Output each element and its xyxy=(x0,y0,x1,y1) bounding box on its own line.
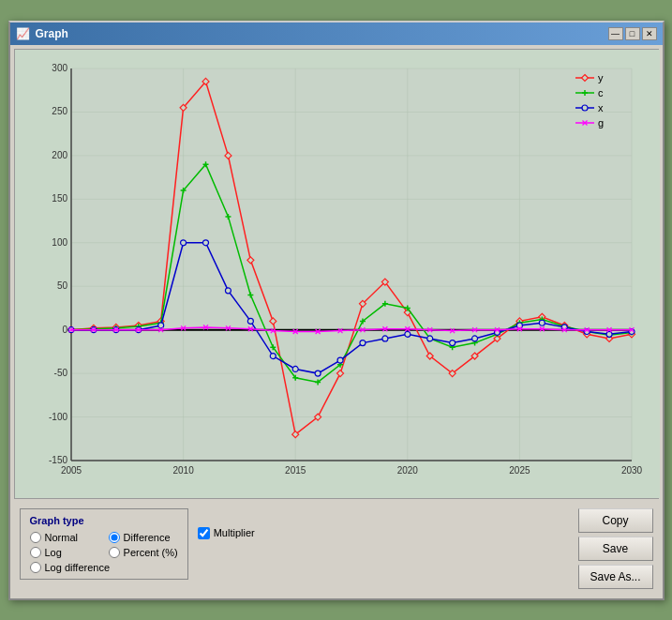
copy-button[interactable]: Copy xyxy=(578,508,653,533)
chart-area xyxy=(14,49,659,499)
radio-percent-input[interactable] xyxy=(109,547,120,558)
multiplier-label: Multiplier xyxy=(214,527,255,538)
radio-normal-label: Normal xyxy=(45,532,78,543)
radio-log-label: Log xyxy=(45,547,62,558)
radio-grid: Normal Difference Log Percent (%) xyxy=(30,532,178,573)
controls-area: Graph type Normal Difference Log xyxy=(14,503,659,595)
radio-difference-input[interactable] xyxy=(109,532,120,543)
window-title: Graph xyxy=(36,27,68,40)
minimize-button[interactable]: — xyxy=(608,27,623,40)
title-bar: 📈 Graph — □ ✕ xyxy=(10,23,663,45)
multiplier-checkbox[interactable] xyxy=(198,527,210,539)
save-as-button[interactable]: Save As... xyxy=(578,565,653,589)
radio-percent[interactable]: Percent (%) xyxy=(109,547,178,558)
title-buttons: — □ ✕ xyxy=(608,27,657,40)
main-window: 📈 Graph — □ ✕ Graph type Normal xyxy=(8,21,665,600)
window-content: Graph type Normal Difference Log xyxy=(10,45,663,598)
buttons-area: Copy Save Save As... xyxy=(578,508,653,589)
graph-type-title: Graph type xyxy=(30,515,178,526)
graph-type-box: Graph type Normal Difference Log xyxy=(20,508,188,580)
radio-logdiff-label: Log difference xyxy=(45,562,111,573)
save-button[interactable]: Save xyxy=(578,537,653,561)
window-icon: 📈 xyxy=(16,27,30,40)
radio-percent-label: Percent (%) xyxy=(124,547,178,558)
radio-difference[interactable]: Difference xyxy=(109,532,178,543)
radio-logdiff-input[interactable] xyxy=(30,562,41,573)
title-bar-left: 📈 Graph xyxy=(16,27,68,40)
radio-log[interactable]: Log xyxy=(30,547,99,558)
close-button[interactable]: ✕ xyxy=(642,27,657,40)
radio-log-input[interactable] xyxy=(30,547,41,558)
radio-normal[interactable]: Normal xyxy=(30,532,99,543)
radio-normal-input[interactable] xyxy=(30,532,41,543)
chart-canvas xyxy=(15,50,660,498)
maximize-button[interactable]: □ xyxy=(625,27,640,40)
multiplier-area[interactable]: Multiplier xyxy=(198,527,255,539)
radio-log-difference[interactable]: Log difference xyxy=(30,562,178,573)
radio-difference-label: Difference xyxy=(124,532,171,543)
